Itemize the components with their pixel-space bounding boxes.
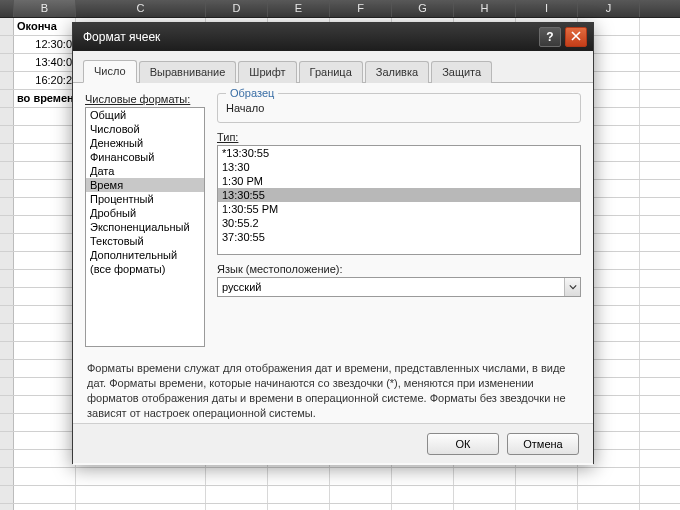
category-item[interactable]: Экспоненциальный <box>86 220 204 234</box>
col-header-f[interactable]: F <box>330 0 392 17</box>
type-item[interactable]: 37:30:55 <box>218 230 580 244</box>
locale-select[interactable]: русский <box>217 277 581 297</box>
category-item[interactable]: Финансовый <box>86 150 204 164</box>
close-button[interactable] <box>565 27 587 47</box>
titlebar[interactable]: Формат ячеек ? <box>73 23 593 51</box>
cell[interactable]: 13:40:0 <box>14 54 76 71</box>
format-description: Форматы времени служат для отображения д… <box>85 361 581 420</box>
categories-label: Числовые форматы: <box>85 93 205 105</box>
column-headers: B C D E F G H I J <box>0 0 680 18</box>
sample-label: Образец <box>226 87 278 99</box>
type-item[interactable]: 13:30:55 <box>218 188 580 202</box>
dialog-title: Формат ячеек <box>83 30 535 44</box>
format-cells-dialog: Формат ячеек ? Число Выравнивание Шрифт … <box>72 22 594 464</box>
category-listbox[interactable]: ОбщийЧисловойДенежныйФинансовыйДатаВремя… <box>85 107 205 347</box>
type-item[interactable]: 1:30 PM <box>218 174 580 188</box>
col-header-d[interactable]: D <box>206 0 268 17</box>
col-header-h[interactable]: H <box>454 0 516 17</box>
tab-panel-number: Числовые форматы: ОбщийЧисловойДенежныйФ… <box>73 83 593 465</box>
col-header-e[interactable]: E <box>268 0 330 17</box>
tabstrip: Число Выравнивание Шрифт Граница Заливка… <box>73 51 593 83</box>
help-button[interactable]: ? <box>539 27 561 47</box>
locale-value: русский <box>217 277 581 297</box>
category-item[interactable]: Текстовый <box>86 234 204 248</box>
tab-alignment[interactable]: Выравнивание <box>139 61 237 83</box>
type-label: Тип: <box>217 131 581 143</box>
category-item[interactable]: Дробный <box>86 206 204 220</box>
type-item[interactable]: 30:55.2 <box>218 216 580 230</box>
type-item[interactable]: *13:30:55 <box>218 146 580 160</box>
tab-number[interactable]: Число <box>83 60 137 83</box>
close-icon <box>571 30 581 44</box>
type-item[interactable]: 13:30 <box>218 160 580 174</box>
col-header-i[interactable]: I <box>516 0 578 17</box>
category-item[interactable]: (все форматы) <box>86 262 204 276</box>
cancel-button[interactable]: Отмена <box>507 433 579 455</box>
sample-value: Начало <box>226 100 572 114</box>
col-header-g[interactable]: G <box>392 0 454 17</box>
col-header-c[interactable]: C <box>76 0 206 17</box>
tab-font[interactable]: Шрифт <box>238 61 296 83</box>
category-item[interactable]: Общий <box>86 108 204 122</box>
tab-protection[interactable]: Защита <box>431 61 492 83</box>
type-item[interactable]: 1:30:55 PM <box>218 202 580 216</box>
category-item[interactable]: Числовой <box>86 122 204 136</box>
sample-box: Образец Начало <box>217 93 581 123</box>
ok-button[interactable]: ОК <box>427 433 499 455</box>
dialog-buttons: ОК Отмена <box>73 423 593 463</box>
help-icon: ? <box>546 30 553 44</box>
col-header-b[interactable]: B <box>14 0 76 17</box>
cell[interactable]: 12:30:0 <box>14 36 76 53</box>
tab-fill[interactable]: Заливка <box>365 61 429 83</box>
category-item[interactable]: Дополнительный <box>86 248 204 262</box>
chevron-down-icon <box>564 278 580 296</box>
cell[interactable]: во времени <box>14 90 76 107</box>
category-item[interactable]: Денежный <box>86 136 204 150</box>
cell[interactable]: 16:20:2 <box>14 72 76 89</box>
type-listbox[interactable]: *13:30:5513:301:30 PM13:30:551:30:55 PM3… <box>217 145 581 255</box>
locale-label: Язык (местоположение): <box>217 263 581 275</box>
category-item[interactable]: Дата <box>86 164 204 178</box>
col-header-j[interactable]: J <box>578 0 640 17</box>
cell[interactable]: Оконча <box>14 18 76 35</box>
category-item[interactable]: Время <box>86 178 204 192</box>
category-item[interactable]: Процентный <box>86 192 204 206</box>
tab-border[interactable]: Граница <box>299 61 363 83</box>
